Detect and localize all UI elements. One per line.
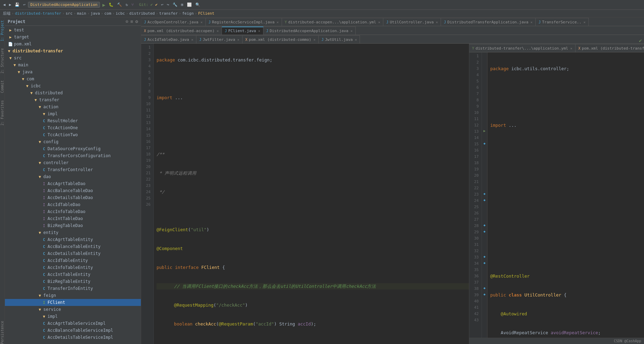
tab-close-icon[interactable]: ✕	[350, 29, 353, 33]
breadcrumb-item-9[interactable]: feign	[182, 11, 194, 16]
tab-close-icon[interactable]: ✕	[237, 38, 239, 42]
breadcrumb-item-10[interactable]: FClient	[198, 11, 214, 16]
tab-right-application-yml[interactable]: Y distributed-transfer\...\application.y…	[469, 44, 576, 52]
toolbar-sync-btn[interactable]: ↻	[124, 2, 129, 7]
tree-item-action[interactable]: ▼ action	[5, 103, 141, 110]
tree-item-AccInfoTableDao[interactable]: I AccInfoTableDao	[5, 208, 141, 215]
git-commit-btn[interactable]: ✔	[154, 2, 159, 7]
tree-item-AccDetailsTableEntity[interactable]: C AccDetailsTableEntity	[5, 250, 141, 257]
toolbar-search-btn[interactable]: 🔍	[194, 2, 201, 7]
tab-close-icon[interactable]: ✕	[191, 38, 193, 42]
tree-item-test[interactable]: ▶ test	[5, 27, 141, 34]
impl-icon-line39[interactable]: ◆	[482, 291, 487, 298]
tab-close-icon[interactable]: ✕	[217, 29, 219, 33]
breadcrumb-item-6[interactable]: icbc	[116, 11, 125, 16]
tree-item-TransferInfoEntity[interactable]: C TransferInfoEntity	[5, 285, 141, 292]
code-editor-right[interactable]: 12345 678910 1112131415 1617181920 21222…	[469, 52, 644, 338]
tree-item-impl-action[interactable]: ▼ impl	[5, 110, 141, 117]
tree-item-AccInfoTableEntity[interactable]: C AccInfoTableEntity	[5, 264, 141, 271]
tree-item-config[interactable]: ▼ config	[5, 138, 141, 145]
tab-distributed-accopen-application[interactable]: Y distributed-accopen...\application.yml…	[282, 18, 384, 26]
tab-DistributedTransferApplication[interactable]: J DistributedTransferApplication.java ✕	[441, 18, 536, 26]
tree-item-ResultHolder[interactable]: C ResultHolder	[5, 117, 141, 124]
tab-AccIdTableDao[interactable]: J AccIdTableDao.java ✕	[141, 35, 196, 43]
project-locate-icon[interactable]: ⊙	[126, 19, 129, 24]
tab-JwtUtil[interactable]: J JwtUtil.java ✕	[319, 35, 360, 43]
tree-item-distributed[interactable]: ▼ distributed	[5, 89, 141, 96]
toolbar-window-btn[interactable]: ⬜	[186, 2, 193, 7]
toolbar-revert-btn[interactable]: ↩	[160, 2, 165, 7]
tree-item-java[interactable]: ▼ java	[5, 68, 141, 75]
impl-icon-line38[interactable]: ◆	[482, 285, 487, 291]
breadcrumb-item-5[interactable]: com	[104, 11, 111, 16]
toolbar-back-btn[interactable]: ◀	[2, 2, 7, 7]
tab-close-icon[interactable]: ✕	[436, 20, 438, 24]
tree-item-BizRegTableEntity[interactable]: C BizRegTableEntity	[5, 278, 141, 285]
side-tab-persistence[interactable]: Persistence	[0, 314, 4, 344]
toolbar-fwd-btn[interactable]: ▶	[8, 2, 13, 7]
tree-item-service[interactable]: ▼ service	[5, 306, 141, 313]
tab-right-pom-transfer[interactable]: X pom.xml (distributed-transfer) ✕	[576, 44, 644, 52]
run-icon-line13[interactable]: ▶	[482, 128, 487, 134]
tab-RegisterAccServiceImpl[interactable]: J RegisterAccServiceImpl.java ✕	[206, 18, 282, 26]
breadcrumb-item-3[interactable]: main	[77, 11, 86, 16]
tab-DistributedAccopenApplication[interactable]: J DistributedAccopenApplication.java ✕	[263, 27, 356, 35]
tab-pom-commo[interactable]: X pom.xml (distributed-commo) ✕	[243, 35, 319, 43]
tree-item-AccIdTableDao[interactable]: I AccIdTableDao	[5, 201, 141, 208]
tree-item-AccDetailsTableServiceImpl[interactable]: C AccDetailsTableServiceImpl	[5, 334, 141, 341]
tree-item-AccBalanceTableServiceImpl[interactable]: C AccBalanceTableServiceImpl	[5, 327, 141, 334]
impl-icon-line28[interactable]: ◆	[482, 222, 487, 228]
impl-icon-line33[interactable]: ◆	[482, 254, 487, 260]
side-tab-project[interactable]: 1: Project	[0, 20, 4, 41]
tree-item-feign[interactable]: ▼ feign	[5, 292, 141, 299]
toolbar-run-btn[interactable]: ▶	[101, 2, 106, 8]
tab-close-icon[interactable]: ✕	[584, 20, 586, 24]
tab-close-icon[interactable]: ✕	[355, 38, 357, 42]
breadcrumb-item-2[interactable]: src	[66, 11, 73, 16]
tree-item-com[interactable]: ▼ com	[5, 75, 141, 82]
tab-pom-accopen[interactable]: X pom.xml (distributed-accopen) ✕	[141, 27, 222, 35]
tree-item-AccAgrtTableEntity[interactable]: C AccAgrtTableEntity	[5, 236, 141, 243]
tree-item-DataSourceProxyConfig[interactable]: C DataSourceProxyConfig	[5, 145, 141, 152]
tree-item-FClient[interactable]: I FClient	[5, 299, 141, 306]
tree-item-target[interactable]: ▶ target	[5, 34, 141, 41]
tree-item-controller[interactable]: ▼ controller	[5, 159, 141, 166]
tree-item-AccAgrtTableServiceImpl[interactable]: C AccAgrtTableServiceImpl	[5, 320, 141, 327]
breadcrumb-item-7[interactable]: distributed	[129, 11, 155, 16]
tree-item-icbc[interactable]: ▼ icbc	[5, 82, 141, 89]
tree-item-AccIdTableEntity[interactable]: C AccIdTableEntity	[5, 257, 141, 264]
side-tab-structure[interactable]: 2: Structure	[0, 48, 4, 73]
toolbar-redo-btn[interactable]: ↪	[166, 2, 170, 7]
toolbar-git-btn[interactable]: ⑂	[130, 2, 135, 7]
breadcrumb-item-4[interactable]: java	[91, 11, 100, 16]
tab-AccOpenController[interactable]: J AccOpenController.java ✕	[141, 18, 206, 26]
tree-item-BizRegTableDao[interactable]: I BizRegTableDao	[5, 222, 141, 229]
tab-FClient[interactable]: J FClient.java ✕	[222, 27, 263, 35]
tab-close-icon[interactable]: ✕	[258, 29, 260, 33]
tree-item-dao[interactable]: ▼ dao	[5, 173, 141, 180]
impl-icon-line34[interactable]: ◆	[482, 260, 487, 266]
breadcrumb-item-1[interactable]: distributed-transfer	[15, 11, 61, 16]
tree-item-AccAgrtTableDao[interactable]: I AccAgrtTableDao	[5, 180, 141, 187]
tree-item-AccDetailsTableDao[interactable]: I AccDetailsTableDao	[5, 194, 141, 201]
tab-JwtFilter[interactable]: J JwtFilter.java ✕	[196, 35, 243, 43]
tree-item-impl-service[interactable]: ▼ impl	[5, 313, 141, 320]
tree-item-pom-xml[interactable]: 📄 pom.xml	[5, 41, 141, 47]
impl-icon-line29[interactable]: ◆	[482, 228, 487, 235]
toolbar-build-btn[interactable]: 🔨	[116, 2, 123, 7]
tree-item-TccActionTwo[interactable]: C TccActionTwo	[5, 131, 141, 138]
tree-item-distributed-transfer[interactable]: ▼ distributed-transfer	[5, 47, 141, 54]
toolbar-settings-btn[interactable]: 🔧	[172, 2, 179, 7]
tab-TransferService[interactable]: J TransferService.. ✕	[536, 18, 589, 26]
tree-item-entity[interactable]: ▼ entity	[5, 229, 141, 236]
tree-item-transfer[interactable]: ▼ transfer	[5, 96, 141, 103]
project-collapse-icon[interactable]: ≡	[130, 19, 133, 24]
tree-item-TccActionOne[interactable]: C TccActionOne	[5, 124, 141, 131]
tree-item-AccIntTableEntity[interactable]: C AccIntTableEntity	[5, 271, 141, 278]
impl-icon-line24[interactable]: ◆	[482, 197, 487, 203]
breadcrumb-item-8[interactable]: transfer	[159, 11, 178, 16]
project-settings-icon[interactable]: ⚙	[135, 19, 138, 24]
tree-item-AccBalanceTableDao[interactable]: I AccBalanceTableDao	[5, 187, 141, 194]
tab-close-icon[interactable]: ✕	[277, 20, 279, 24]
side-tab-favorites[interactable]: 2: Favorites	[0, 100, 4, 125]
